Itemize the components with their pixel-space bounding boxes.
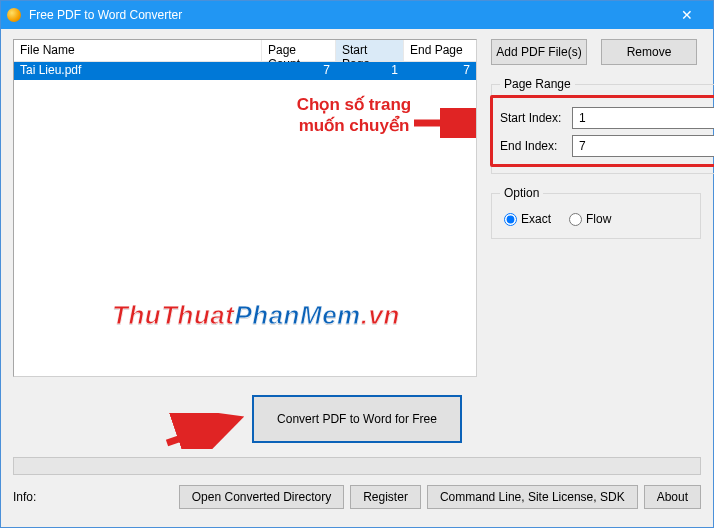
info-progress-bar: [13, 457, 701, 475]
client-area: File Name Page Count Start Page End Page…: [1, 29, 713, 527]
watermark-blue: PhanMem: [234, 300, 360, 330]
radio-flow[interactable]: [569, 213, 582, 226]
open-directory-button[interactable]: Open Converted Directory: [179, 485, 344, 509]
cmdline-button[interactable]: Command Line, Site License, SDK: [427, 485, 638, 509]
watermark-red: ThuThuat: [112, 300, 234, 330]
watermark: ThuThuatPhanMem.vn: [112, 300, 400, 331]
start-index-input[interactable]: [573, 108, 714, 128]
convert-row: Convert PDF to Word for Free: [13, 395, 701, 443]
col-header-name[interactable]: File Name: [14, 40, 262, 61]
convert-button[interactable]: Convert PDF to Word for Free: [252, 395, 462, 443]
radio-flow-text: Flow: [586, 212, 611, 226]
table-row[interactable]: Tai Lieu.pdf 7 1 7: [14, 62, 476, 80]
cell-end: 7: [404, 62, 476, 80]
start-index-spinner[interactable]: ▲ ▼: [572, 107, 714, 129]
top-button-row: Add PDF File(s) Remove: [491, 39, 701, 65]
cell-name: Tai Lieu.pdf: [14, 62, 262, 80]
annotation-arrow-right: [414, 108, 477, 138]
window-title: Free PDF to Word Converter: [29, 8, 667, 22]
option-group: Option Exact Flow: [491, 186, 701, 239]
start-index-label: Start Index:: [500, 111, 566, 125]
end-index-spinner[interactable]: ▲ ▼: [572, 135, 714, 157]
cell-count: 7: [262, 62, 336, 80]
info-label: Info:: [13, 490, 45, 504]
col-header-count[interactable]: Page Count: [262, 40, 336, 61]
end-index-row: End Index: ▲ ▼: [500, 135, 714, 157]
footer: Info: Open Converted Directory Register …: [13, 485, 701, 509]
col-header-start[interactable]: Start Page: [336, 40, 404, 61]
cell-start: 1: [336, 62, 404, 80]
about-button[interactable]: About: [644, 485, 701, 509]
option-legend: Option: [500, 186, 543, 200]
register-button[interactable]: Register: [350, 485, 421, 509]
app-window: Free PDF to Word Converter ✕ File Name P…: [0, 0, 714, 528]
app-icon: [7, 8, 21, 22]
file-grid[interactable]: File Name Page Count Start Page End Page…: [13, 39, 477, 377]
grid-header: File Name Page Count Start Page End Page: [14, 40, 476, 62]
close-button[interactable]: ✕: [667, 1, 707, 29]
svg-line-1: [167, 421, 231, 443]
watermark-ext: .vn: [361, 300, 400, 330]
titlebar: Free PDF to Word Converter ✕: [1, 1, 713, 29]
end-index-input[interactable]: [573, 136, 714, 156]
col-header-end[interactable]: End Page: [404, 40, 476, 61]
grid-body: Tai Lieu.pdf 7 1 7 Chọn số trang muốn ch…: [14, 62, 476, 376]
right-pane: Add PDF File(s) Remove Page Range Start …: [491, 39, 701, 377]
remove-button[interactable]: Remove: [601, 39, 697, 65]
radio-exact[interactable]: [504, 213, 517, 226]
option-radios: Exact Flow: [500, 210, 692, 228]
upper-panel: File Name Page Count Start Page End Page…: [13, 39, 701, 377]
add-pdf-button[interactable]: Add PDF File(s): [491, 39, 587, 65]
radio-exact-text: Exact: [521, 212, 551, 226]
radio-flow-label[interactable]: Flow: [569, 212, 611, 226]
page-range-group: Page Range Start Index: ▲ ▼ E: [491, 77, 714, 174]
start-index-row: Start Index: ▲ ▼: [500, 107, 714, 129]
page-range-legend: Page Range: [500, 77, 575, 91]
annotation-arrow-convert: [165, 413, 245, 449]
annotation-range-text: Chọn số trang muốn chuyển: [274, 94, 434, 137]
end-index-label: End Index:: [500, 139, 566, 153]
radio-exact-label[interactable]: Exact: [504, 212, 551, 226]
